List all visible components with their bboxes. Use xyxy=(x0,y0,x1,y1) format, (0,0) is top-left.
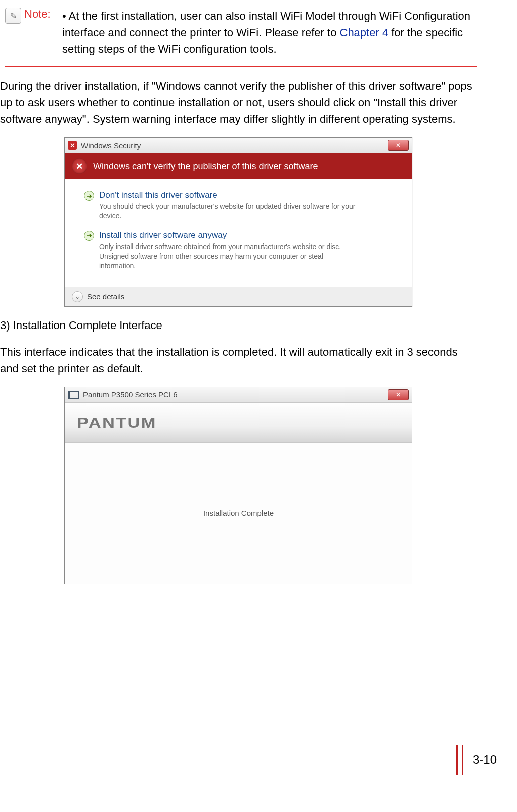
note-text: • At the first installation, user can al… xyxy=(62,8,477,57)
option2-title: Install this driver software anyway xyxy=(99,230,356,241)
chapter-link[interactable]: Chapter 4 xyxy=(340,26,389,39)
option-install-anyway[interactable]: ➔ Install this driver software anyway On… xyxy=(70,228,407,278)
pantum-title: Pantum P3500 Series PCL6 xyxy=(83,390,178,399)
pantum-body: Installation Complete xyxy=(65,443,412,584)
shield-x-icon: ✕ xyxy=(68,141,77,150)
step3-heading: 3) Installation Complete Interface xyxy=(0,317,477,334)
close-button[interactable]: ✕ xyxy=(388,389,409,400)
arrow-icon: ➔ xyxy=(84,231,94,241)
page-number: 3-10 xyxy=(473,753,497,767)
dialog-title: Windows Security xyxy=(81,141,141,150)
arrow-icon: ➔ xyxy=(84,191,94,201)
close-button[interactable]: ✕ xyxy=(388,140,409,151)
option-dont-install[interactable]: ➔ Don't install this driver software You… xyxy=(70,188,407,228)
chevron-down-icon: ⌄ xyxy=(72,291,83,302)
note-icon: ✎ xyxy=(5,8,21,24)
page-footer: 3-10 xyxy=(456,745,497,775)
pantum-titlebar: Pantum P3500 Series PCL6 ✕ xyxy=(65,387,412,403)
note-block: ✎ Note: • At the first installation, use… xyxy=(5,5,477,67)
windows-security-dialog: ✕ Windows Security ✕ ✕ Windows can't ver… xyxy=(64,137,412,307)
pantum-logo: PANTUM xyxy=(77,414,157,431)
dialog-titlebar: ✕ Windows Security ✕ xyxy=(65,138,412,153)
pantum-install-dialog: Pantum P3500 Series PCL6 ✕ PANTUM Instal… xyxy=(64,387,412,584)
footer-bar xyxy=(462,745,463,775)
option1-desc: You should check your manufacturer's web… xyxy=(99,202,356,221)
option2-desc: Only install driver software obtained fr… xyxy=(99,242,356,271)
dialog-warning-banner: ✕ Windows can't verify the publisher of … xyxy=(65,153,412,179)
option1-title: Don't install this driver software xyxy=(99,190,356,201)
install-complete-text: Installation Complete xyxy=(203,509,274,517)
pantum-header: PANTUM xyxy=(65,403,412,443)
paragraph-2: This interface indicates that the instal… xyxy=(0,344,477,377)
note-label: Note: xyxy=(24,8,54,21)
see-details-row[interactable]: ⌄ See details xyxy=(65,287,412,306)
banner-text: Windows can't verify the publisher of th… xyxy=(93,161,318,172)
shield-icon: ✕ xyxy=(72,158,87,174)
see-details-text: See details xyxy=(87,292,124,301)
footer-bar xyxy=(456,745,458,775)
printer-icon xyxy=(68,391,79,399)
paragraph-1: During the driver installation, if "Wind… xyxy=(0,77,477,127)
